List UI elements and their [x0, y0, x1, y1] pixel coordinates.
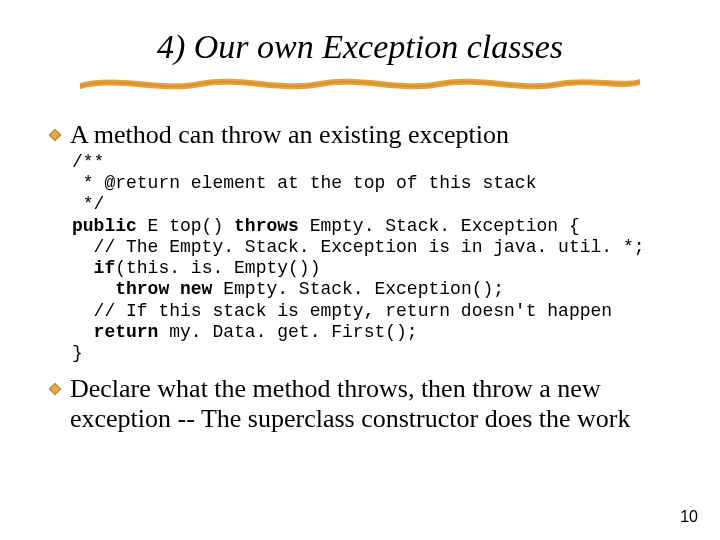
code-text: Empty. Stack. Exception();	[212, 279, 504, 299]
bullet-text: Declare what the method throws, then thr…	[70, 374, 672, 434]
code-block: /** * @return element at the top of this…	[72, 152, 672, 364]
diamond-bullet-icon	[48, 382, 62, 396]
slide: 4) Our own Exception classes A method ca…	[0, 0, 720, 540]
code-line: /**	[72, 152, 104, 172]
title-underline	[48, 74, 672, 92]
code-kw: public	[72, 216, 137, 236]
code-kw: throws	[234, 216, 299, 236]
code-kw: throw new	[72, 279, 212, 299]
bullet-item-1: A method can throw an existing exception	[48, 120, 672, 150]
code-line: // The Empty. Stack. Exception is in jav…	[72, 237, 645, 257]
code-text: Empty. Stack. Exception {	[299, 216, 580, 236]
svg-rect-1	[49, 384, 60, 395]
page-number: 10	[680, 508, 698, 526]
slide-title: 4) Our own Exception classes	[48, 28, 672, 66]
diamond-bullet-icon	[48, 128, 62, 142]
code-kw: if	[72, 258, 115, 278]
code-text: (this. is. Empty())	[115, 258, 320, 278]
code-text: my. Data. get. First();	[158, 322, 417, 342]
code-kw: return	[72, 322, 158, 342]
code-text: E top()	[137, 216, 234, 236]
code-line: }	[72, 343, 83, 363]
code-line: * @return element at the top of this sta…	[72, 173, 536, 193]
code-line: */	[72, 194, 104, 214]
code-line: // If this stack is empty, return doesn'…	[72, 301, 612, 321]
wavy-underline-icon	[80, 74, 640, 92]
svg-rect-0	[49, 129, 60, 140]
bullet-item-2: Declare what the method throws, then thr…	[48, 374, 672, 434]
bullet-text: A method can throw an existing exception	[70, 120, 509, 150]
